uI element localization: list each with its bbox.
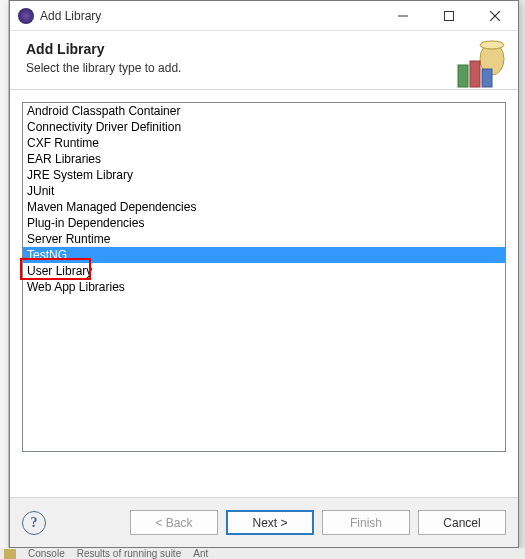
- list-item[interactable]: User Library: [23, 263, 505, 279]
- console-icon: [4, 549, 16, 559]
- list-item[interactable]: Maven Managed Dependencies: [23, 199, 505, 215]
- next-button[interactable]: Next >: [226, 510, 314, 535]
- maximize-button[interactable]: [426, 1, 472, 31]
- page-subtitle: Select the library type to add.: [26, 61, 502, 75]
- svg-rect-1: [445, 11, 454, 20]
- back-button[interactable]: < Back: [130, 510, 218, 535]
- list-item[interactable]: JRE System Library: [23, 167, 505, 183]
- content-area: Android Classpath ContainerConnectivity …: [10, 90, 518, 452]
- list-item[interactable]: TestNG: [23, 247, 505, 263]
- svg-point-5: [480, 41, 504, 49]
- list-item[interactable]: EAR Libraries: [23, 151, 505, 167]
- wizard-footer: ? < Back Next > Finish Cancel: [10, 497, 518, 547]
- bg-tab-ant: Ant: [193, 548, 208, 559]
- cancel-button[interactable]: Cancel: [418, 510, 506, 535]
- close-button[interactable]: [472, 1, 518, 31]
- dialog-window: Add Library Add Library Select the libra…: [9, 0, 519, 548]
- bg-tab-console: Console: [28, 548, 65, 559]
- library-type-list[interactable]: Android Classpath ContainerConnectivity …: [22, 102, 506, 452]
- list-item[interactable]: Android Classpath Container: [23, 103, 505, 119]
- eclipse-icon: [18, 8, 34, 24]
- window-title: Add Library: [40, 9, 101, 23]
- library-banner-icon: [452, 35, 508, 91]
- titlebar: Add Library: [10, 1, 518, 31]
- background-left-strip: [0, 0, 9, 548]
- list-item[interactable]: Web App Libraries: [23, 279, 505, 295]
- svg-rect-6: [458, 65, 468, 87]
- svg-rect-7: [470, 61, 480, 87]
- help-icon[interactable]: ?: [22, 511, 46, 535]
- list-item[interactable]: Server Runtime: [23, 231, 505, 247]
- bg-tab-results: Results of running suite: [77, 548, 182, 559]
- finish-button[interactable]: Finish: [322, 510, 410, 535]
- list-item[interactable]: Connectivity Driver Definition: [23, 119, 505, 135]
- wizard-header: Add Library Select the library type to a…: [10, 31, 518, 90]
- minimize-button[interactable]: [380, 1, 426, 31]
- list-item[interactable]: Plug-in Dependencies: [23, 215, 505, 231]
- background-bottom-tabs: Console Results of running suite Ant: [0, 548, 525, 559]
- list-item[interactable]: CXF Runtime: [23, 135, 505, 151]
- page-title: Add Library: [26, 41, 502, 57]
- svg-rect-8: [482, 69, 492, 87]
- list-item[interactable]: JUnit: [23, 183, 505, 199]
